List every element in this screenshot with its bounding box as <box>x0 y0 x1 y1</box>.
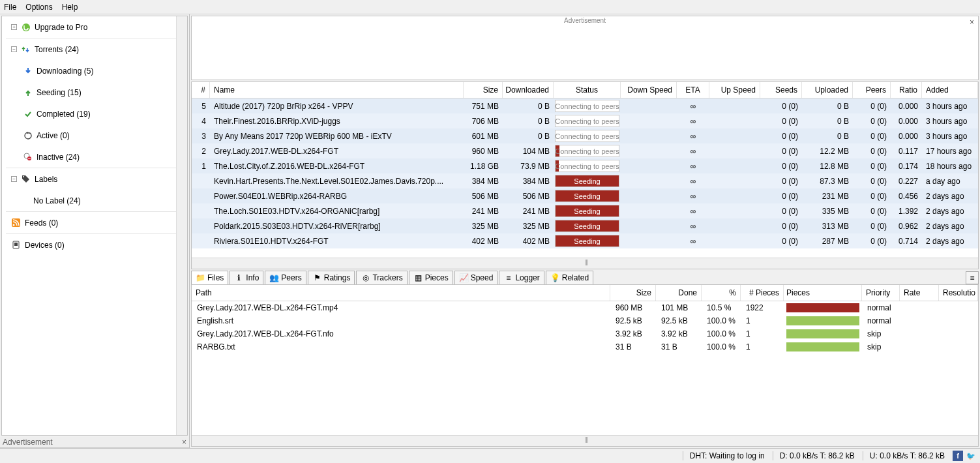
col-num[interactable]: # <box>192 82 210 98</box>
torrent-row[interactable]: 1The.Lost.City.of.Z.2016.WEB-DL.x264-FGT… <box>192 158 978 173</box>
col-uploaded[interactable]: Uploaded <box>802 82 853 98</box>
grid-icon: ▦ <box>413 273 423 283</box>
status-bar: DHT: Waiting to log in D: 0.0 kB/s T: 86… <box>0 448 980 463</box>
tab-trackers[interactable]: ◎Trackers <box>356 271 407 284</box>
sidebar-devices[interactable]: Devices (0) <box>2 234 187 256</box>
tab-peers[interactable]: 👥Peers <box>265 271 306 284</box>
status-dht: DHT: Waiting to log in <box>683 451 765 460</box>
col-downspeed[interactable]: Down Speed <box>621 82 677 98</box>
collapse-icon[interactable]: − <box>11 176 17 182</box>
torrent-row[interactable]: Poldark.2015.S03E03.HDTV.x264-RiVER[rarb… <box>192 218 978 233</box>
sidebar-active-label: Active (0) <box>37 131 70 140</box>
sidebar-scrollbar[interactable] <box>176 16 187 435</box>
menu-file[interactable]: File <box>4 3 16 12</box>
flag-icon: ⚑ <box>312 273 322 283</box>
file-row[interactable]: Grey.Lady.2017.WEB-DL.x264-FGT.nfo3.92 k… <box>192 327 978 340</box>
col-name[interactable]: Name <box>210 82 464 98</box>
sidebar: + Upgrade to Pro − Torrents (24) Downloa… <box>0 14 190 448</box>
tab-speed-label: Speed <box>471 273 494 282</box>
fcol-done[interactable]: Done <box>656 285 702 301</box>
close-icon[interactable]: × <box>970 18 974 27</box>
tab-related[interactable]: 💡Related <box>546 271 593 284</box>
fcol-priority[interactable]: Priority <box>862 285 900 301</box>
torrent-row[interactable]: Power.S04E01.WEBRip.x264-RARBG506 MB506 … <box>192 188 978 203</box>
rss-icon <box>11 218 21 228</box>
top-ad-banner: Advertisement × <box>191 16 979 80</box>
fcol-path[interactable]: Path <box>192 285 610 301</box>
fcol-pieces[interactable]: Pieces <box>784 285 862 301</box>
col-upspeed[interactable]: Up Speed <box>709 82 760 98</box>
sidebar-ad-header: Advertisement × <box>0 437 189 448</box>
file-row[interactable]: English.srt92.5 kB92.5 kB100.0 %1normal <box>192 314 978 327</box>
col-downloaded[interactable]: Downloaded <box>503 82 554 98</box>
fcol-rate[interactable]: Rate <box>900 285 939 301</box>
sidebar-labels-label: Labels <box>35 175 57 184</box>
torrent-row[interactable]: 5Altitude (2017) 720p BrRip x264 - VPPV7… <box>192 98 978 113</box>
sidebar-devices-label: Devices (0) <box>25 241 65 250</box>
active-icon <box>23 130 33 140</box>
menu-bar: File Options Help <box>0 0 980 14</box>
expand-icon[interactable]: + <box>11 24 17 30</box>
torrent-row[interactable]: Riviera.S01E10.HDTV.x264-FGT402 MB402 MB… <box>192 233 978 248</box>
peers-icon: 👥 <box>269 273 279 283</box>
tab-files[interactable]: 📁Files <box>191 271 228 284</box>
fcol-resolution[interactable]: Resolutio <box>939 285 978 301</box>
tab-info[interactable]: ℹInfo <box>230 271 263 284</box>
tab-related-label: Related <box>562 273 589 282</box>
tab-pieces-label: Pieces <box>425 273 449 282</box>
sidebar-torrents[interactable]: − Torrents (24) <box>2 38 187 60</box>
col-peers[interactable]: Peers <box>853 82 891 98</box>
files-columns: Path Size Done % # Pieces Pieces Priorit… <box>192 285 978 301</box>
sidebar-labels[interactable]: − Labels <box>2 168 187 190</box>
tab-pieces[interactable]: ▦Pieces <box>409 271 453 284</box>
file-row[interactable]: Grey.Lady.2017.WEB-DL.x264-FGT.mp4960 MB… <box>192 301 978 314</box>
utorrent-icon <box>21 22 31 32</box>
tag-icon <box>21 174 31 184</box>
tab-logger[interactable]: ≡Logger <box>499 271 544 284</box>
collapse-icon[interactable]: − <box>11 46 17 52</box>
col-added[interactable]: Added <box>922 82 978 98</box>
sidebar-nolabel[interactable]: No Label (24) <box>2 190 187 211</box>
sidebar-inactive-label: Inactive (24) <box>37 153 80 162</box>
torrent-columns: # Name Size Downloaded Status Down Speed… <box>192 82 978 98</box>
col-size[interactable]: Size <box>464 82 503 98</box>
sidebar-completed[interactable]: Completed (19) <box>2 103 187 125</box>
file-row[interactable]: RARBG.txt31 B31 B100.0 %1skip <box>192 340 978 353</box>
facebook-icon[interactable]: f <box>953 451 963 461</box>
fcol-pct[interactable]: % <box>702 285 741 301</box>
torrent-row[interactable]: Kevin.Hart.Presents.The.Next.Level.S01E0… <box>192 173 978 188</box>
col-status[interactable]: Status <box>554 82 621 98</box>
sidebar-torrents-label: Torrents (24) <box>35 45 79 54</box>
sidebar-downloading-label: Downloading (5) <box>37 67 93 76</box>
col-seeds[interactable]: Seeds <box>760 82 802 98</box>
sidebar-downloading[interactable]: Downloading (5) <box>2 60 187 82</box>
svg-rect-8 <box>14 243 18 246</box>
col-eta[interactable]: ETA <box>677 82 709 98</box>
menu-options[interactable]: Options <box>25 3 52 12</box>
ad-label-text: Advertisement <box>561 16 608 25</box>
tab-trackers-label: Trackers <box>372 273 402 282</box>
tab-overflow-button[interactable]: ≡ <box>966 271 979 284</box>
torrent-row[interactable]: The.Loch.S01E03.HDTV.x264-ORGANiC[rarbg]… <box>192 203 978 218</box>
fcol-npieces[interactable]: # Pieces <box>741 285 784 301</box>
ad-label-text: Advertisement <box>3 438 53 447</box>
torrent-hscroll[interactable] <box>192 258 978 269</box>
svg-point-4 <box>23 176 24 177</box>
torrent-row[interactable]: 3By Any Means 2017 720p WEBRip 600 MB - … <box>192 128 978 143</box>
sidebar-tree: + Upgrade to Pro − Torrents (24) Downloa… <box>1 16 188 436</box>
col-ratio[interactable]: Ratio <box>891 82 922 98</box>
sidebar-seeding[interactable]: Seeding (15) <box>2 82 187 103</box>
torrent-row[interactable]: 2Grey.Lady.2017.WEB-DL.x264-FGT960 MB104… <box>192 143 978 158</box>
sidebar-feeds[interactable]: Feeds (0) <box>2 212 187 233</box>
torrent-row[interactable]: 4Their.Finest.2016.BRRip.XViD-juggs706 M… <box>192 113 978 128</box>
fcol-size[interactable]: Size <box>610 285 656 301</box>
sidebar-upgrade[interactable]: + Upgrade to Pro <box>2 16 187 38</box>
menu-help[interactable]: Help <box>62 3 78 12</box>
twitter-icon[interactable]: 🐦 <box>966 451 976 461</box>
tab-ratings[interactable]: ⚑Ratings <box>308 271 355 284</box>
files-hscroll[interactable] <box>192 435 978 446</box>
tab-speed[interactable]: 📈Speed <box>454 271 498 284</box>
close-icon[interactable]: × <box>182 438 186 447</box>
sidebar-inactive[interactable]: Inactive (24) <box>2 146 187 168</box>
sidebar-active[interactable]: Active (0) <box>2 125 187 146</box>
